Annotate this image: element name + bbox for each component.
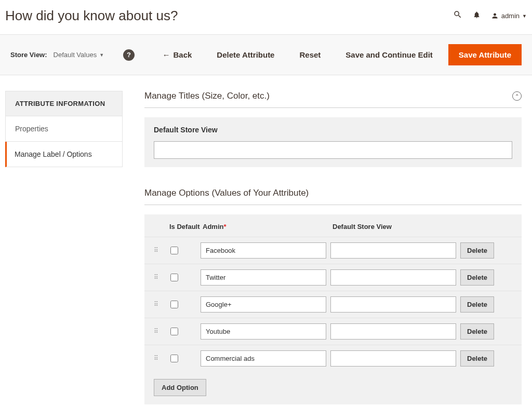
manage-options-title: Manage Options (Values of Your Attribute… <box>144 188 309 198</box>
option-store-input[interactable] <box>330 269 456 286</box>
collapse-icon[interactable]: ⌃ <box>512 91 522 101</box>
option-store-input[interactable] <box>330 323 456 340</box>
page-title: How did you know about us? <box>5 8 178 24</box>
toolbar: Store View: Default Values ▼ ? ← Back De… <box>0 34 532 75</box>
manage-titles-title: Manage Titles (Size, Color, etc.) <box>144 91 270 101</box>
default-store-view-input[interactable] <box>154 141 512 159</box>
is-default-checkbox[interactable] <box>170 355 178 362</box>
admin-account-menu[interactable]: admin ▼ <box>491 12 527 20</box>
drag-handle-icon[interactable]: ⠿ <box>154 331 169 332</box>
delete-attribute-button[interactable]: Delete Attribute <box>207 45 284 64</box>
option-row: ⠿ Delete <box>144 345 522 372</box>
back-button[interactable]: ← Back <box>153 45 201 64</box>
is-default-checkbox[interactable] <box>170 328 178 335</box>
drag-handle-icon[interactable]: ⠿ <box>154 250 169 251</box>
back-label: Back <box>173 50 192 59</box>
option-row: ⠿ Delete <box>144 291 522 318</box>
option-store-input[interactable] <box>330 350 456 367</box>
arrow-left-icon: ← <box>162 50 170 59</box>
store-view-value: Default Values <box>54 51 97 59</box>
header-actions: admin ▼ <box>453 10 527 22</box>
manage-options-panel: Is Default Admin* Default Store View ⠿ D… <box>144 214 522 404</box>
option-admin-input[interactable] <box>201 296 326 313</box>
notifications-icon[interactable] <box>473 10 481 21</box>
delete-option-button[interactable]: Delete <box>460 350 494 367</box>
save-continue-button[interactable]: Save and Continue Edit <box>336 45 442 64</box>
delete-option-button[interactable]: Delete <box>460 269 494 286</box>
sidebar-item-properties[interactable]: Properties <box>5 116 123 142</box>
admin-username: admin <box>501 12 520 20</box>
manage-titles-panel: Default Store View <box>144 117 522 167</box>
help-icon[interactable]: ? <box>123 49 135 61</box>
is-default-column-header: Is Default <box>169 223 201 230</box>
store-view-label: Store View: <box>10 51 47 59</box>
save-attribute-button[interactable]: Save Attribute <box>448 44 522 65</box>
drag-handle-icon[interactable]: ⠿ <box>154 304 169 305</box>
option-store-input[interactable] <box>330 242 456 259</box>
sidebar: ATTRIBUTE INFORMATION Properties Manage … <box>0 91 123 404</box>
delete-option-button[interactable]: Delete <box>460 296 494 313</box>
drag-handle-icon[interactable]: ⠿ <box>154 277 169 278</box>
chevron-down-icon: ▼ <box>99 52 104 58</box>
store-view-select[interactable]: Default Values ▼ <box>54 51 104 59</box>
default-store-column-header: Default Store View <box>330 223 460 230</box>
manage-titles-header: Manage Titles (Size, Color, etc.) ⌃ <box>144 91 522 108</box>
sidebar-header: ATTRIBUTE INFORMATION <box>5 91 123 116</box>
option-admin-input[interactable] <box>201 323 326 340</box>
is-default-checkbox[interactable] <box>170 247 178 254</box>
option-admin-input[interactable] <box>201 242 326 259</box>
search-icon[interactable] <box>453 10 462 22</box>
option-admin-input[interactable] <box>201 269 326 286</box>
option-row: ⠿ Delete <box>144 237 522 264</box>
drag-handle-icon[interactable]: ⠿ <box>154 358 169 359</box>
delete-option-button[interactable]: Delete <box>460 323 494 340</box>
option-store-input[interactable] <box>330 296 456 313</box>
add-option-button[interactable]: Add Option <box>154 379 206 396</box>
is-default-checkbox[interactable] <box>170 274 178 281</box>
manage-options-header: Manage Options (Values of Your Attribute… <box>144 188 522 205</box>
chevron-down-icon: ▼ <box>522 13 527 19</box>
option-admin-input[interactable] <box>201 350 326 367</box>
delete-option-button[interactable]: Delete <box>460 242 494 259</box>
option-row: ⠿ Delete <box>144 318 522 345</box>
reset-button[interactable]: Reset <box>290 45 330 64</box>
is-default-checkbox[interactable] <box>170 301 178 308</box>
admin-column-header: Admin* <box>201 223 330 230</box>
option-row: ⠿ Delete <box>144 264 522 291</box>
sidebar-item-manage-label-options[interactable]: Manage Label / Options <box>5 142 123 167</box>
default-store-view-label: Default Store View <box>154 126 512 134</box>
